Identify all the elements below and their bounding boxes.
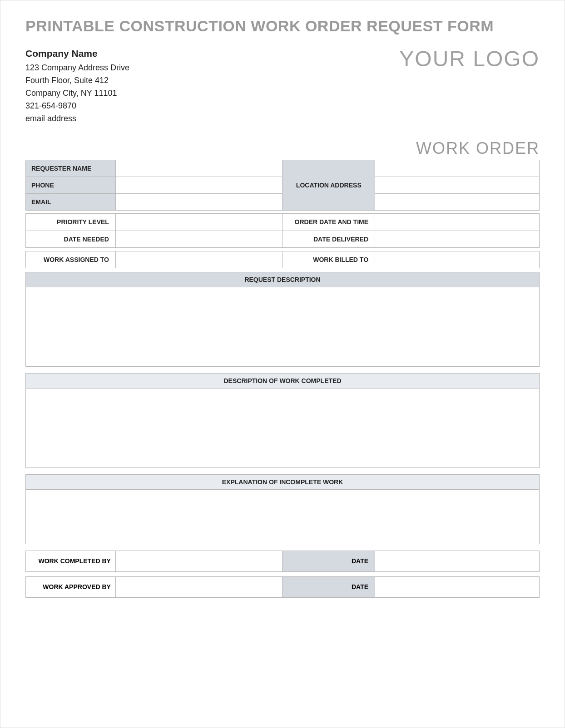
input-location-address-2[interactable] [375, 177, 540, 193]
signoff-approved-table: WORK APPROVED BY DATE [25, 576, 540, 598]
logo-block: YOUR LOGO [399, 46, 540, 71]
input-work-assigned-to[interactable] [115, 251, 282, 268]
input-date-needed[interactable] [115, 231, 282, 247]
label-phone: PHONE [26, 177, 116, 193]
label-email: EMAIL [26, 193, 116, 210]
input-email[interactable] [115, 193, 282, 210]
requester-table: REQUESTER NAME LOCATION ADDRESS PHONE EM… [25, 160, 540, 211]
company-email: email address [25, 113, 129, 125]
input-requester-name[interactable] [115, 160, 282, 177]
label-approved-date: DATE [282, 576, 375, 597]
label-date-delivered: DATE DELIVERED [282, 231, 375, 247]
company-name: Company Name [25, 46, 129, 61]
work-order-form-page: PRINTABLE CONSTRUCTION WORK ORDER REQUES… [0, 0, 565, 728]
header-work-completed-desc: DESCRIPTION OF WORK COMPLETED [26, 373, 540, 388]
input-priority-level[interactable] [115, 213, 282, 231]
company-info-block: Company Name 123 Company Address Drive F… [25, 46, 129, 125]
label-requester-name: REQUESTER NAME [26, 160, 116, 177]
company-address-line2: Fourth Floor, Suite 412 [25, 74, 129, 87]
incomplete-work-section: EXPLANATION OF INCOMPLETE WORK [25, 474, 540, 544]
work-order-heading: WORK ORDER [25, 139, 540, 158]
input-date-delivered[interactable] [375, 231, 540, 247]
label-completed-date: DATE [282, 551, 375, 571]
header-row: Company Name 123 Company Address Drive F… [25, 46, 540, 125]
input-work-completed-desc[interactable] [26, 388, 540, 467]
logo-placeholder: YOUR LOGO [399, 46, 540, 71]
label-work-assigned-to: WORK ASSIGNED TO [26, 251, 116, 268]
label-location-address: LOCATION ADDRESS [282, 160, 375, 210]
form-title: PRINTABLE CONSTRUCTION WORK ORDER REQUES… [25, 17, 540, 35]
request-description-section: REQUEST DESCRIPTION [25, 272, 540, 367]
work-completed-section: DESCRIPTION OF WORK COMPLETED [25, 373, 540, 468]
label-priority-level: PRIORITY LEVEL [26, 213, 116, 231]
header-incomplete-explanation: EXPLANATION OF INCOMPLETE WORK [26, 474, 540, 489]
header-request-description: REQUEST DESCRIPTION [26, 272, 540, 287]
label-work-billed-to: WORK BILLED TO [282, 251, 375, 268]
label-date-needed: DATE NEEDED [26, 231, 116, 247]
input-work-billed-to[interactable] [375, 251, 540, 268]
label-order-date-time: ORDER DATE AND TIME [282, 213, 375, 231]
input-incomplete-explanation[interactable] [26, 489, 540, 544]
label-work-approved-by: WORK APPROVED BY [26, 576, 116, 597]
signoff-completed-table: WORK COMPLETED BY DATE [25, 551, 540, 572]
input-work-approved-by[interactable] [115, 576, 282, 597]
input-work-approved-date[interactable] [375, 576, 540, 597]
input-location-address-1[interactable] [375, 160, 540, 177]
input-work-completed-date[interactable] [375, 551, 540, 571]
input-request-description[interactable] [26, 287, 540, 366]
company-city-line: Company City, NY 11101 [25, 87, 129, 100]
input-work-completed-by[interactable] [115, 551, 282, 571]
details-table: PRIORITY LEVEL ORDER DATE AND TIME DATE … [25, 213, 540, 268]
input-order-date-time[interactable] [375, 213, 540, 231]
label-work-completed-by: WORK COMPLETED BY [26, 551, 116, 571]
input-phone[interactable] [115, 177, 282, 193]
company-phone: 321-654-9870 [25, 100, 129, 113]
company-address-line1: 123 Company Address Drive [25, 62, 129, 74]
input-location-address-3[interactable] [375, 193, 540, 210]
